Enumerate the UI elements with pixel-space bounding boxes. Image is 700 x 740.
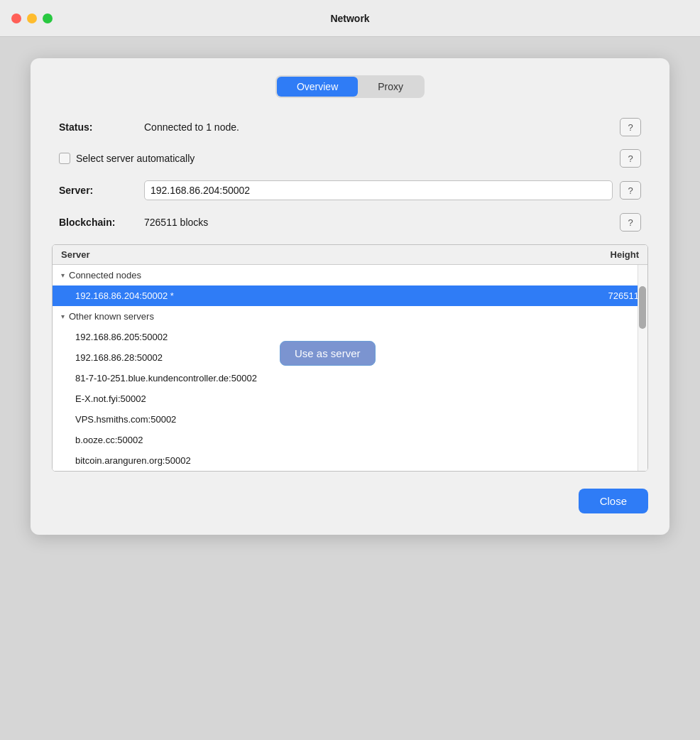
scrollbar-thumb[interactable]	[639, 286, 646, 329]
chevron-down-icon: ▾	[61, 271, 65, 279]
status-value: Connected to 1 node.	[144, 121, 613, 133]
list-item[interactable]: 81-7-10-251.blue.kundencontroller.de:500…	[53, 368, 647, 388]
server-row: Server: ?	[59, 180, 641, 200]
maximize-window-button[interactable]	[43, 13, 53, 23]
network-dialog: Overview Proxy Status: Connected to 1 no…	[31, 58, 669, 535]
blockchain-help-button[interactable]: ?	[620, 213, 641, 232]
close-button[interactable]: Close	[579, 489, 648, 513]
server-input[interactable]	[144, 180, 613, 200]
server-list-header: Server Height	[53, 245, 647, 265]
auto-server-help-button[interactable]: ?	[620, 149, 641, 168]
tab-overview[interactable]: Overview	[277, 77, 358, 97]
form-section: Status: Connected to 1 node. ? Select se…	[52, 118, 648, 232]
item-server-address: bitcoin.aranguren.org:50002	[75, 455, 582, 466]
dialog-footer: Close	[52, 489, 648, 513]
list-item[interactable]: b.ooze.cc:50002	[53, 430, 647, 450]
list-item[interactable]: E-X.not.fyi:50002	[53, 388, 647, 409]
title-bar: Network	[0, 0, 700, 37]
scrollbar-track[interactable]	[638, 265, 647, 471]
window-title: Network	[330, 13, 369, 24]
chevron-down-icon-2: ▾	[61, 312, 65, 320]
server-help-button[interactable]: ?	[620, 181, 641, 200]
server-list-body: ▾ Connected nodes 192.168.86.204:50002 *…	[53, 265, 647, 471]
group-connected-label: Connected nodes	[69, 270, 141, 281]
col-height-header: Height	[582, 249, 639, 260]
minimize-window-button[interactable]	[27, 13, 37, 23]
main-content: Overview Proxy Status: Connected to 1 no…	[0, 37, 700, 740]
group-other-label: Other known servers	[69, 311, 154, 322]
group-other-servers[interactable]: ▾ Other known servers	[53, 306, 647, 327]
close-window-button[interactable]	[11, 13, 21, 23]
tab-bar: Overview Proxy	[52, 75, 648, 98]
blockchain-value: 726511 blocks	[144, 217, 613, 228]
status-row: Status: Connected to 1 node. ?	[59, 118, 641, 136]
tab-proxy[interactable]: Proxy	[358, 77, 423, 97]
list-item[interactable]: VPS.hsmiths.com:50002	[53, 409, 647, 430]
item-server-address: 192.168.86.204:50002 *	[75, 290, 582, 301]
blockchain-row: Blockchain: 726511 blocks ?	[59, 213, 641, 232]
item-server-address: b.ooze.cc:50002	[75, 435, 582, 445]
auto-server-label: Select server automatically	[76, 153, 614, 164]
use-as-server-button[interactable]: Use as server	[280, 341, 376, 366]
server-list-container: Server Height ▾ Connected nodes 192.168.…	[52, 244, 648, 472]
blockchain-label: Blockchain:	[59, 217, 137, 228]
item-server-address: VPS.hsmiths.com:50002	[75, 414, 582, 425]
item-server-address: 81-7-10-251.blue.kundencontroller.de:500…	[75, 373, 582, 383]
window-controls	[11, 13, 53, 23]
tab-container: Overview Proxy	[275, 75, 425, 98]
group-connected-nodes[interactable]: ▾ Connected nodes	[53, 265, 647, 285]
list-item[interactable]: 192.168.86.204:50002 * 726511	[53, 285, 647, 306]
auto-server-row: Select server automatically ?	[59, 149, 641, 168]
item-height-value: 726511	[582, 290, 639, 301]
list-item[interactable]: bitcoin.aranguren.org:50002	[53, 450, 647, 471]
item-server-address: E-X.not.fyi:50002	[75, 393, 582, 404]
auto-server-checkbox[interactable]	[59, 153, 70, 164]
status-label: Status:	[59, 121, 137, 133]
status-help-button[interactable]: ?	[620, 118, 641, 136]
server-label: Server:	[59, 185, 137, 196]
col-server-header: Server	[61, 249, 582, 260]
